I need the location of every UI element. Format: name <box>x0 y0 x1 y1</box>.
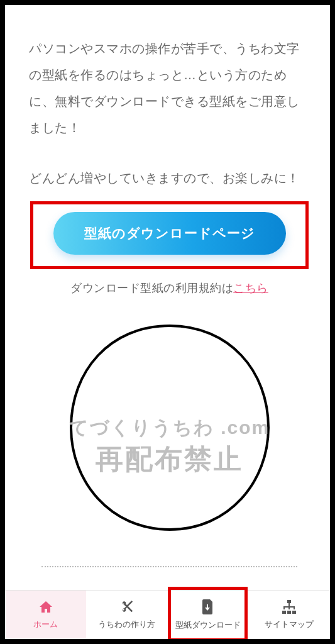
nav-label: うちわの作り方 <box>98 619 155 630</box>
app-frame: パソコンやスマホの操作が苦手で、うちわ文字の型紙を作るのはちょっと…という方のた… <box>0 0 335 644</box>
intro-paragraph-2: どんどん増やしていきますので、お楽しみに！ <box>29 166 310 190</box>
nav-label: ホーム <box>33 619 58 630</box>
intro-paragraph-1: パソコンやスマホの操作が苦手で、うちわ文字の型紙を作るのはちょっと…という方のた… <box>29 35 310 141</box>
terms-prefix: ダウンロード型紙の利用規約は <box>70 282 233 294</box>
bottom-nav: ホーム うちわの作り方 型紙ダウンロード サイトマップ <box>5 590 330 639</box>
nav-howto[interactable]: うちわの作り方 <box>86 591 167 639</box>
section-divider <box>41 566 297 567</box>
scissors-icon <box>119 600 135 616</box>
main-content: パソコンやスマホの操作が苦手で、うちわ文字の型紙を作るのはちょっと…という方のた… <box>5 5 330 567</box>
home-icon <box>38 600 53 616</box>
cta-highlight-box: 型紙のダウンロードページ <box>30 201 309 269</box>
nav-home[interactable]: ホーム <box>5 591 86 639</box>
sitemap-icon <box>281 600 297 616</box>
nav-download[interactable]: 型紙ダウンロード <box>168 591 249 639</box>
download-page-button[interactable]: 型紙のダウンロードページ <box>53 212 286 255</box>
terms-link[interactable]: こちら <box>233 282 268 294</box>
file-download-icon <box>201 599 215 617</box>
template-preview: てづくりうちわ .com 再配布禁止 <box>29 321 310 547</box>
uchiwa-outline <box>66 321 273 535</box>
nav-sitemap[interactable]: サイトマップ <box>249 591 330 639</box>
nav-label: サイトマップ <box>265 619 314 630</box>
terms-line: ダウンロード型紙の利用規約はこちら <box>29 280 310 296</box>
nav-label: 型紙ダウンロード <box>175 619 241 631</box>
